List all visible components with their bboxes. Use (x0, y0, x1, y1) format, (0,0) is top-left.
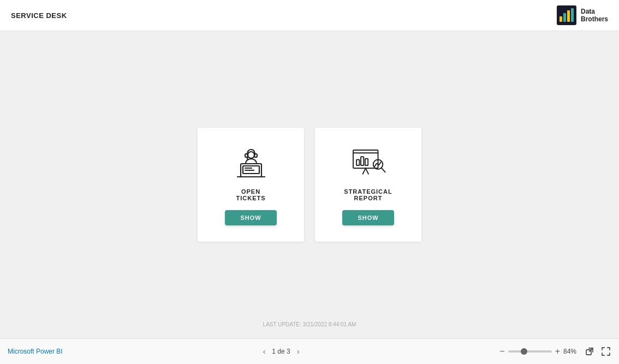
open-tickets-card: OPENTICKETS SHOW (198, 128, 304, 242)
svg-point-10 (248, 152, 254, 158)
strategical-report-title: STRATEGICALREPORT (344, 188, 392, 201)
powerbi-link[interactable]: Microsoft Power BI (8, 348, 63, 355)
svg-line-21 (381, 168, 385, 172)
strategical-report-show-button[interactable]: SHOW (342, 210, 394, 225)
open-tickets-icon (232, 144, 270, 180)
svg-rect-19 (365, 159, 367, 165)
svg-rect-1 (560, 16, 562, 22)
zoom-out-button[interactable]: − (499, 347, 504, 356)
fullscreen-icon-button[interactable] (600, 346, 611, 357)
pagination-next-button[interactable]: › (295, 346, 302, 357)
zoom-controls: − + 84% (499, 347, 579, 356)
header: SERVICE DESK Data Brothers (0, 0, 619, 31)
strategical-report-icon (349, 144, 388, 180)
logo-container: Data Brothers (557, 5, 608, 25)
logo-line2: Brothers (581, 15, 608, 23)
expand-icon (585, 347, 594, 356)
pagination: ‹ 1 de 3 › (261, 346, 302, 357)
expand-icon-button[interactable] (584, 346, 595, 357)
cards-container: OPENTICKETS SHOW (198, 128, 421, 242)
svg-rect-3 (567, 10, 570, 22)
zoom-slider[interactable] (508, 350, 552, 353)
open-tickets-title: OPENTICKETS (236, 188, 265, 201)
logo-line1: Data (581, 8, 608, 15)
zoom-label: 84% (563, 348, 579, 355)
svg-line-16 (365, 168, 368, 174)
open-tickets-show-button[interactable]: SHOW (225, 210, 276, 225)
svg-rect-2 (563, 13, 566, 22)
pagination-prev-button[interactable]: ‹ (261, 346, 268, 357)
bottom-right-controls: − + 84% (499, 346, 611, 357)
svg-line-15 (362, 168, 365, 174)
zoom-in-button[interactable]: + (555, 347, 560, 356)
pagination-text: 1 de 3 (272, 348, 290, 355)
fullscreen-icon (602, 347, 610, 356)
page-title: SERVICE DESK (11, 11, 67, 20)
svg-rect-17 (356, 160, 359, 166)
bottom-bar: Microsoft Power BI ‹ 1 de 3 › − + 84% (0, 338, 619, 364)
strategical-report-card: STRATEGICALREPORT SHOW (315, 128, 421, 242)
main-content: OPENTICKETS SHOW (0, 31, 619, 338)
svg-rect-18 (361, 157, 364, 165)
last-update-text: LAST UPDATE: 3/21/2022 8:44:01 AM (263, 321, 356, 327)
logo-text: Data Brothers (581, 8, 608, 23)
svg-rect-4 (571, 8, 574, 22)
logo-icon (557, 5, 576, 25)
svg-rect-12 (254, 154, 257, 157)
